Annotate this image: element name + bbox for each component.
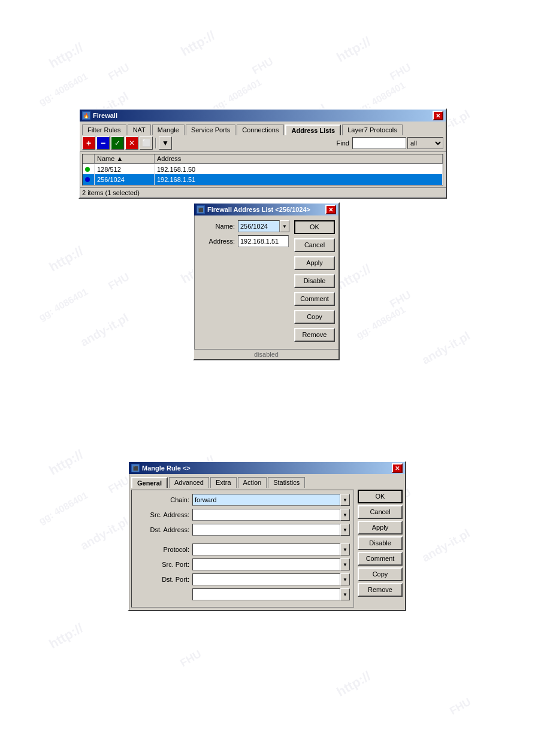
mangle-tab-advanced[interactable]: Advanced [169, 477, 209, 488]
fal-name-input-wrap: ▼ [238, 220, 289, 232]
src-port-input[interactable] [192, 558, 340, 570]
status-bar: 2 items (1 selected) [80, 187, 446, 198]
fal-close-button[interactable]: ✕ [325, 205, 336, 214]
table-row[interactable]: 256/1024 192.168.1.51 [83, 174, 443, 185]
extra-row: ▼ [135, 588, 350, 600]
fal-titlebar: ⬛ Firewall Address List <256/1024> ✕ [194, 204, 338, 215]
mangle-cancel-button[interactable]: Cancel [358, 505, 403, 519]
tab-connections[interactable]: Connections [237, 125, 284, 135]
tab-nat[interactable]: NAT [128, 125, 151, 135]
fal-form: Name: ▼ Address: [199, 220, 289, 344]
fal-ok-button[interactable]: OK [294, 220, 335, 234]
src-address-input[interactable] [192, 509, 340, 521]
dst-address-input[interactable] [192, 524, 340, 536]
fal-titlebar-left: ⬛ Firewall Address List <256/1024> [197, 205, 310, 214]
fal-comment-button[interactable]: Comment [294, 292, 335, 306]
firewall-window: 🔥 Firewall ✕ Filter Rules NAT Mangle Ser… [78, 108, 447, 199]
dst-address-dropdown[interactable]: ▼ [340, 524, 350, 536]
table-row[interactable]: 128/512 192.168.1.50 [83, 163, 443, 174]
protocol-label: Protocol: [135, 546, 189, 553]
dst-port-row: Dst. Port: ▼ [135, 573, 350, 585]
firewall-close-button[interactable]: ✕ [433, 111, 443, 120]
dst-address-row: Dst. Address: ▼ [135, 524, 350, 536]
mangle-apply-button[interactable]: Apply [358, 521, 403, 535]
tab-service-ports[interactable]: Service Ports [186, 125, 235, 135]
remove-toolbar-button[interactable]: − [96, 136, 110, 150]
mangle-tabs: General Advanced Extra Action Statistics [129, 474, 405, 487]
mangle-buttons: OK Cancel Apply Disable Comment Copy Rem… [358, 490, 403, 608]
fal-address-label: Address: [199, 238, 235, 245]
mangle-titlebar: ⬛ Mangle Rule <> ✕ [129, 462, 405, 474]
fal-cancel-button[interactable]: Cancel [294, 238, 335, 252]
filter-button[interactable]: ▼ [159, 136, 172, 150]
mangle-tab-general[interactable]: General [131, 477, 168, 488]
mangle-title-icon: ⬛ [131, 464, 140, 472]
mangle-tab-action[interactable]: Action [238, 477, 267, 488]
chain-row: Chain: ▼ [135, 494, 350, 506]
src-address-label: Src. Address: [135, 511, 189, 518]
src-port-dropdown[interactable]: ▼ [340, 558, 350, 570]
src-port-row: Src. Port: ▼ [135, 558, 350, 570]
mangle-tab-extra[interactable]: Extra [210, 477, 237, 488]
protocol-row: Protocol: ▼ [135, 544, 350, 555]
fal-copy-button[interactable]: Copy [294, 310, 335, 324]
tab-filter-rules[interactable]: Filter Rules [82, 125, 126, 135]
chain-dropdown[interactable]: ▼ [340, 494, 350, 506]
src-address-dropdown[interactable]: ▼ [340, 509, 350, 521]
fal-buttons: OK Cancel Apply Disable Comment Copy Rem… [294, 220, 336, 344]
tab-mangle[interactable]: Mangle [152, 125, 185, 135]
mangle-close-button[interactable]: ✕ [392, 463, 403, 473]
fal-remove-button[interactable]: Remove [294, 328, 335, 342]
dst-port-input[interactable] [192, 573, 340, 585]
mangle-body: Chain: ▼ Src. Address: ▼ Dst. Address: ▼ [129, 487, 405, 610]
status-dot-blue [85, 177, 90, 182]
mangle-remove-button[interactable]: Remove [358, 583, 403, 597]
tab-address-lists[interactable]: Address Lists [285, 125, 341, 135]
fal-name-dropdown[interactable]: ▼ [280, 220, 289, 232]
mangle-copy-button[interactable]: Copy [358, 567, 403, 581]
extra-dropdown[interactable]: ▼ [340, 588, 350, 600]
fal-title-icon: ⬛ [197, 205, 205, 214]
extra-input[interactable] [192, 588, 340, 600]
fal-name-input[interactable] [238, 220, 280, 232]
fal-name-row: Name: ▼ [199, 220, 289, 232]
chain-input[interactable] [192, 494, 340, 506]
page-content: http:// FHU gg: 4086401 andy-it.pl http:… [0, 0, 535, 756]
fal-main-area: Name: ▼ Address: OK [199, 220, 334, 344]
dst-port-label: Dst. Port: [135, 576, 189, 583]
col-name-header: Name ▲ [95, 154, 155, 163]
protocol-input[interactable] [192, 544, 340, 555]
fal-address-row: Address: [199, 235, 289, 247]
find-input[interactable] [352, 137, 406, 149]
mangle-window: ⬛ Mangle Rule <> ✕ General Advanced Extr… [128, 461, 406, 611]
add-button[interactable]: + [82, 136, 95, 150]
mangle-disable-button[interactable]: Disable [358, 536, 403, 550]
fal-content: Name: ▼ Address: OK [194, 215, 338, 349]
protocol-dropdown[interactable]: ▼ [340, 544, 350, 555]
mangle-titlebar-left: ⬛ Mangle Rule <> [131, 464, 191, 472]
disable-toolbar-button[interactable]: ✕ [125, 136, 138, 150]
find-label: Find [337, 139, 349, 147]
tab-layer7[interactable]: Layer7 Protocols [342, 125, 403, 135]
filter-dropdown[interactable]: all [407, 137, 443, 149]
mangle-ok-button[interactable]: OK [358, 490, 403, 503]
enable-button[interactable]: ✓ [111, 136, 124, 150]
fal-disable-button[interactable]: Disable [294, 274, 335, 288]
src-address-row: Src. Address: ▼ [135, 509, 350, 521]
fal-apply-button[interactable]: Apply [294, 256, 335, 270]
fal-dialog: ⬛ Firewall Address List <256/1024> ✕ Nam… [193, 202, 340, 360]
mangle-tab-statistics[interactable]: Statistics [268, 477, 305, 488]
firewall-titlebar: 🔥 Firewall ✕ [80, 110, 446, 122]
mangle-comment-button[interactable]: Comment [358, 552, 403, 566]
mangle-form: Chain: ▼ Src. Address: ▼ Dst. Address: ▼ [131, 490, 354, 608]
dst-port-dropdown[interactable]: ▼ [340, 573, 350, 585]
chain-label: Chain: [135, 496, 189, 503]
copy-toolbar-button[interactable]: ⬜ [140, 136, 153, 150]
row-address: 192.168.1.51 [155, 174, 443, 185]
firewall-icon: 🔥 [82, 111, 90, 120]
col-indicator [83, 154, 95, 163]
status-text: 2 items (1 selected) [82, 189, 140, 196]
fal-address-input[interactable] [238, 235, 289, 247]
firewall-title: Firewall [93, 112, 117, 119]
row-address: 192.168.1.50 [155, 163, 443, 174]
